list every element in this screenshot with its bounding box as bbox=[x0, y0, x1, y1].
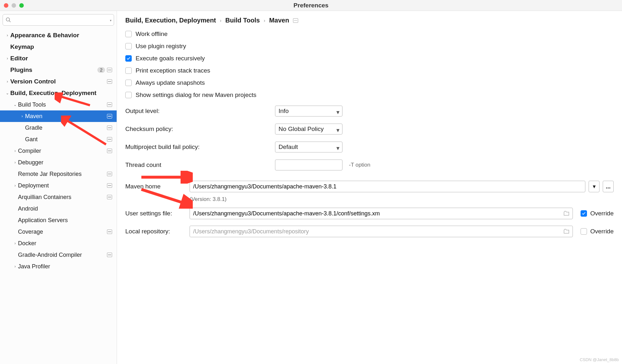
label-multiproject: Multiproject build fail policy: bbox=[125, 143, 275, 151]
checkbox-override-local-repo[interactable] bbox=[581, 228, 587, 235]
checkbox-always-update[interactable] bbox=[125, 80, 132, 86]
label-execute-goals: Execute goals recursively bbox=[136, 55, 205, 62]
hint-thread-count: -T option bbox=[349, 162, 370, 168]
chevron-right-icon: › bbox=[220, 18, 221, 23]
label-output-level: Output level: bbox=[125, 108, 275, 115]
tree-item-label: Application Servers bbox=[18, 217, 117, 224]
tree-item-deployment[interactable]: ›Deployment bbox=[0, 180, 117, 191]
search-history-icon[interactable]: ▾ bbox=[110, 19, 111, 22]
select-checksum-policy-value: No Global Policy bbox=[279, 126, 324, 133]
input-maven-home[interactable] bbox=[190, 181, 585, 192]
tree-item-label: Remote Jar Repositories bbox=[18, 171, 107, 178]
tree-item-appearance-behavior[interactable]: ›Appearance & Behavior bbox=[0, 30, 117, 41]
tree-item-compiler[interactable]: ›Compiler bbox=[0, 145, 117, 157]
content-pane: Build, Execution, Deployment › Build Too… bbox=[117, 11, 622, 364]
tree-item-label: Gradle bbox=[25, 125, 107, 131]
search-icon bbox=[5, 17, 11, 23]
label-thread-count: Thread count bbox=[125, 161, 275, 169]
input-user-settings[interactable] bbox=[190, 208, 573, 219]
tree-item-build-tools[interactable]: ⌄Build Tools bbox=[0, 99, 117, 110]
tree-item-label: Plugins bbox=[10, 66, 97, 74]
checkbox-print-exception[interactable] bbox=[125, 67, 132, 74]
chevron-down-icon[interactable]: ⌄ bbox=[12, 102, 18, 107]
maven-version: (Version: 3.8.1) bbox=[190, 196, 614, 203]
tree-item-label: Maven bbox=[25, 113, 107, 120]
label-use-plugin-registry: Use plugin registry bbox=[136, 43, 186, 50]
tree-item-gradle-android-compiler[interactable]: Gradle-Android Compiler bbox=[0, 249, 117, 261]
project-scope-icon bbox=[107, 126, 112, 130]
checkbox-use-plugin-registry[interactable] bbox=[125, 43, 132, 49]
tree-item-label: Coverage bbox=[18, 229, 107, 235]
chevron-down-icon[interactable]: ⌄ bbox=[4, 91, 10, 95]
tree-item-docker[interactable]: ›Docker bbox=[0, 238, 117, 249]
window-title: Preferences bbox=[294, 2, 329, 9]
chevron-right-icon[interactable]: › bbox=[12, 183, 18, 188]
project-scope-icon bbox=[107, 137, 112, 142]
chevron-right-icon[interactable]: › bbox=[4, 79, 10, 84]
tree-item-gradle[interactable]: Gradle bbox=[0, 122, 117, 134]
tree-item-label: Arquillian Containers bbox=[18, 194, 107, 201]
label-local-repo: Local repository: bbox=[125, 228, 186, 235]
tree-item-android[interactable]: Android bbox=[0, 203, 117, 214]
tree-item-label: Compiler bbox=[18, 148, 107, 154]
select-checksum-policy[interactable]: No Global Policy▾ bbox=[275, 124, 342, 134]
project-scope-icon bbox=[107, 149, 112, 153]
label-override-local-repo: Override bbox=[590, 228, 614, 235]
tree-item-remote-jar-repositories[interactable]: Remote Jar Repositories bbox=[0, 168, 117, 180]
breadcrumb-2[interactable]: Build Tools bbox=[225, 17, 260, 24]
input-local-repo[interactable] bbox=[190, 226, 573, 237]
tree-item-label: Android bbox=[18, 205, 117, 212]
select-output-level-value: Info bbox=[279, 108, 289, 115]
folder-icon[interactable] bbox=[563, 228, 570, 235]
folder-icon[interactable] bbox=[563, 210, 570, 217]
chevron-right-icon[interactable]: › bbox=[12, 264, 18, 269]
tree-item-application-servers[interactable]: Application Servers bbox=[0, 214, 117, 226]
search-input[interactable] bbox=[3, 14, 114, 26]
tree-item-label: Debugger bbox=[18, 159, 117, 166]
tree-item-plugins[interactable]: Plugins2 bbox=[0, 64, 117, 76]
maven-home-browse-button[interactable]: ... bbox=[603, 181, 614, 192]
tree-item-label: Build, Execution, Deployment bbox=[10, 90, 117, 97]
chevron-right-icon[interactable]: › bbox=[12, 149, 18, 153]
settings-tree: ›Appearance & BehaviorKeymap›EditorPlugi… bbox=[0, 29, 117, 364]
tree-item-gant[interactable]: Gant bbox=[0, 134, 117, 145]
chevron-right-icon[interactable]: › bbox=[19, 114, 25, 118]
tree-item-version-control[interactable]: ›Version Control bbox=[0, 76, 117, 87]
chevron-right-icon[interactable]: › bbox=[12, 160, 18, 165]
checkbox-work-offline[interactable] bbox=[125, 31, 132, 37]
tree-item-coverage[interactable]: Coverage bbox=[0, 226, 117, 238]
maven-home-dropdown-button[interactable]: ▾ bbox=[589, 181, 600, 192]
tree-item-java-profiler[interactable]: ›Java Profiler bbox=[0, 261, 117, 272]
project-scope-icon bbox=[293, 18, 298, 23]
tree-item-debugger[interactable]: ›Debugger bbox=[0, 157, 117, 168]
breadcrumb-3: Maven bbox=[269, 17, 289, 24]
tree-item-label: Build Tools bbox=[18, 101, 107, 108]
label-show-settings: Show settings dialog for new Maven proje… bbox=[136, 91, 256, 99]
select-multiproject[interactable]: Default▾ bbox=[275, 142, 342, 152]
tree-item-label: Java Profiler bbox=[18, 263, 117, 270]
project-scope-icon bbox=[107, 172, 112, 176]
chevron-right-icon[interactable]: › bbox=[4, 56, 10, 61]
label-checksum-policy: Checksum policy: bbox=[125, 126, 275, 133]
chevron-right-icon[interactable]: › bbox=[4, 33, 10, 38]
tree-item-maven[interactable]: ›Maven bbox=[0, 110, 117, 122]
breadcrumb-1[interactable]: Build, Execution, Deployment bbox=[125, 17, 216, 24]
zoom-icon[interactable] bbox=[19, 3, 24, 8]
tree-item-build-execution-deployment[interactable]: ⌄Build, Execution, Deployment bbox=[0, 87, 117, 99]
chevron-down-icon: ▾ bbox=[336, 126, 340, 134]
tree-item-arquillian-containers[interactable]: Arquillian Containers bbox=[0, 191, 117, 203]
tree-item-keymap[interactable]: Keymap bbox=[0, 41, 117, 53]
tree-item-editor[interactable]: ›Editor bbox=[0, 53, 117, 64]
chevron-right-icon[interactable]: › bbox=[12, 241, 18, 246]
close-icon[interactable] bbox=[4, 3, 8, 8]
checkbox-show-settings[interactable] bbox=[125, 92, 132, 98]
minimize-icon bbox=[12, 3, 16, 8]
checkbox-override-user-settings[interactable] bbox=[581, 210, 587, 217]
select-output-level[interactable]: Info▾ bbox=[275, 106, 342, 117]
input-thread-count[interactable] bbox=[275, 160, 342, 170]
search-container: ▾ bbox=[0, 11, 117, 29]
label-override-user-settings: Override bbox=[590, 210, 614, 217]
checkbox-execute-goals[interactable] bbox=[125, 55, 132, 62]
tree-item-label: Docker bbox=[18, 240, 117, 247]
project-scope-icon bbox=[107, 230, 112, 234]
